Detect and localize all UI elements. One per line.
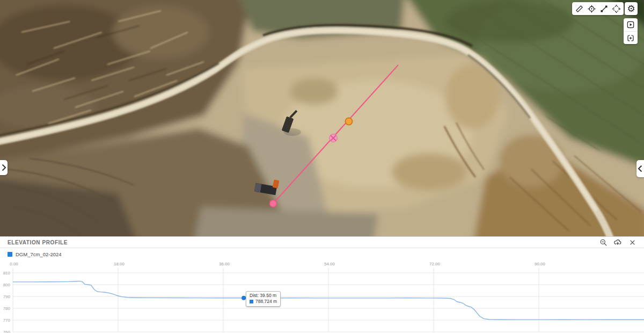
tooltip-series-swatch xyxy=(250,300,253,303)
svg-text:800: 800 xyxy=(3,283,11,287)
selection-icon xyxy=(612,4,621,13)
cloud-download-icon xyxy=(613,238,622,247)
profile-line-tool-button[interactable] xyxy=(598,3,610,15)
chevron-left-icon xyxy=(638,165,643,172)
elevation-profile-panel: ELEVATION PROFILE xyxy=(0,236,644,333)
tooltip-distance: Dist: 39.50 m xyxy=(250,293,276,299)
svg-text:790: 790 xyxy=(3,294,11,299)
compare-view-icon xyxy=(626,34,635,42)
svg-text:72.00: 72.00 xyxy=(429,262,441,266)
map-side-buttons xyxy=(624,18,638,44)
zoom-out-icon xyxy=(599,238,608,247)
panel-title: ELEVATION PROFILE xyxy=(8,240,68,245)
svg-text:0.00: 0.00 xyxy=(10,262,18,266)
download-button[interactable] xyxy=(613,238,622,247)
svg-text:770: 770 xyxy=(3,318,11,323)
settings-button[interactable]: ⚙ xyxy=(625,2,638,15)
center-target-icon xyxy=(587,4,596,13)
aerial-imagery xyxy=(0,0,644,236)
zoom-out-button[interactable] xyxy=(599,238,608,247)
elevation-chart-svg[interactable]: 8108007907807707600.0018.0036.0054.0072.… xyxy=(0,260,644,333)
panel-actions xyxy=(599,238,636,247)
chart-legend: DGM_7cm_02-2024 xyxy=(0,248,644,260)
svg-text:90.00: 90.00 xyxy=(535,262,546,266)
expand-left-panel-tab[interactable] xyxy=(0,160,8,175)
expand-right-panel-tab[interactable] xyxy=(636,160,644,177)
svg-text:780: 780 xyxy=(3,306,11,311)
center-target-button[interactable] xyxy=(586,3,598,15)
svg-text:18.00: 18.00 xyxy=(114,262,125,266)
tooltip-elevation: 788.724 m xyxy=(255,299,277,305)
svg-text:760: 760 xyxy=(3,330,11,333)
chart-tooltip: Dist: 39.50 m 788.724 m xyxy=(246,291,281,307)
svg-text:54.00: 54.00 xyxy=(324,262,335,266)
measure-tool-button[interactable] xyxy=(573,3,586,15)
panel-header: ELEVATION PROFILE xyxy=(0,237,644,248)
legend-swatch xyxy=(8,252,12,257)
measure-icon xyxy=(575,4,584,13)
elevation-chart[interactable]: 8108007907807707600.0018.0036.0054.0072.… xyxy=(0,260,644,333)
play-button[interactable] xyxy=(624,18,638,31)
close-icon xyxy=(629,239,636,246)
map-toolbar xyxy=(572,2,624,15)
gear-icon: ⚙ xyxy=(627,3,635,15)
drone-mapping-app: ⚙ xyxy=(0,0,644,333)
compare-view-button[interactable] xyxy=(624,31,638,44)
svg-text:810: 810 xyxy=(3,271,11,276)
close-panel-button[interactable] xyxy=(628,238,636,247)
selection-tool-button[interactable] xyxy=(610,3,623,15)
chevron-right-icon xyxy=(1,164,6,171)
profile-line-icon xyxy=(599,4,609,13)
play-icon xyxy=(626,20,635,29)
orthophoto-map[interactable]: ⚙ xyxy=(0,0,644,236)
legend-label[interactable]: DGM_7cm_02-2024 xyxy=(16,251,62,257)
svg-text:36.00: 36.00 xyxy=(219,262,230,266)
